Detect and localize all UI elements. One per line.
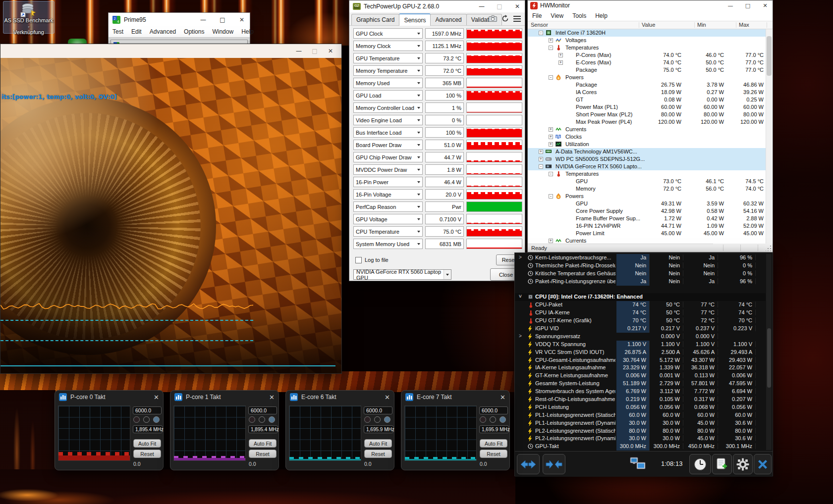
tab-advanced[interactable]: Advanced [430,14,466,25]
hwmonitor-tree-row[interactable]: +Clocks [528,133,767,141]
hwinfo-close-button[interactable] [754,454,772,474]
hwmonitor-tree-row[interactable]: GT0.08 W0.00 W0.25 W [528,96,767,103]
hwmonitor-minimize-button[interactable]: — [723,0,738,10]
series-dot[interactable] [259,416,265,423]
clock-button[interactable] [689,454,711,474]
menu-hamburger-icon[interactable] [513,16,521,22]
hwmonitor-menu-file[interactable]: File [532,12,542,19]
hwmonitor-tree-row[interactable]: GPU73.0 °C46.1 °C74.5 °C [528,178,767,185]
series-dot[interactable] [143,416,150,423]
hwmonitor-tree-row[interactable]: -Temperatures [528,170,767,178]
hwmonitor-tree-row[interactable]: +E-Cores (Max)74.0 °C50.0 °C77.0 °C [528,59,767,66]
series-dot[interactable] [364,416,371,423]
column-header-sensor[interactable]: Sensor [531,22,548,28]
column-header-value[interactable]: Value [642,22,655,28]
hwinfo-sensor-row[interactable]: PL1-Leistungsgrenzwert (Dynami...30.0 W3… [515,419,766,427]
screenshot-camera-icon[interactable] [489,15,497,22]
log-to-file-checkbox[interactable] [355,257,362,263]
report-button[interactable] [712,454,732,474]
hwinfo-sensor-row[interactable]: Paket-/Ring-Leistungsgrenze übe...JaNein… [515,278,766,286]
gpuz-sensor-dropdown[interactable]: GPU Temperature [353,53,423,63]
gpuz-sensor-dropdown[interactable]: 16-Pin Power [353,177,423,187]
series-dot[interactable] [490,416,496,423]
hwmonitor-tree-row[interactable]: Power Limit45.00 W45.00 W45.00 W [528,230,767,237]
hwmonitor-scrollbar[interactable] [766,29,772,245]
hwinfo-sensor-row[interactable]: GPU-Takt300.0 MHz300.0 MHz450.0 MHz300.1… [515,443,766,451]
gpuz-minimize-button[interactable]: — [474,0,489,12]
hwinfo-sensor-row[interactable]: Stromverbrauch des System Agent6.769 W3.… [515,388,766,396]
hwmonitor-tree-row[interactable]: Package75.0 °C50.0 °C77.0 °C [528,66,767,74]
hwinfo-sensor-row[interactable]: PL1-Leistungsgrenzwert (Statisch)60.0 W6… [515,411,766,419]
expand-toggle-icon[interactable]: + [539,157,543,161]
expand-toggle-icon[interactable]: + [549,239,553,243]
gpuz-sensor-dropdown[interactable]: GPU Clock [353,28,423,39]
gpuz-sensor-dropdown[interactable]: Video Engine Load [353,115,423,125]
collapse-toggle-icon[interactable]: - [549,75,553,80]
hwmonitor-tree-row[interactable]: Short Power Max (PL2)80.00 W80.00 W80.00… [528,111,767,118]
furmark-minimize-button[interactable]: — [291,44,307,58]
prime95-menu-edit[interactable]: Edit [131,28,142,35]
auto-fit-button[interactable]: Auto Fit [364,439,392,448]
series-dot[interactable] [384,416,390,423]
takt-close-icon[interactable]: ✕ [154,394,159,401]
hwinfo-sensor-row[interactable]: VR VCC Strom (SVID IOUT)26.875 A2.500 A4… [515,349,766,356]
takt-close-icon[interactable]: ✕ [500,394,505,401]
gpuz-sensor-dropdown[interactable]: Bus Interface Load [353,127,423,138]
auto-fit-button[interactable]: Auto Fit [133,439,161,448]
series-dot[interactable] [269,416,275,423]
column-header-max[interactable]: Max [739,22,749,28]
hwinfo-sensor-row[interactable]: CPU GT-Kerne (Grafik)70 °C50 °C72 °C70 °… [515,317,766,325]
hwinfo-sensor-row[interactable]: Rest-of-Chip-Leistungsaufnahme0.219 W0.1… [515,396,766,403]
prime95-menu-test[interactable]: Test [112,28,123,35]
gpuz-sensor-dropdown[interactable]: Memory Temperature [353,65,423,76]
hwmonitor-tree-row[interactable]: 16-PIN 12VHPWR44.71 W1.09 W52.09 W [528,222,767,230]
hwmonitor-menu-tools[interactable]: Tools [572,12,586,19]
hwmonitor-tree-row[interactable]: +Utilization [528,141,767,148]
hwinfo-group-header[interactable]: ˅CPU [#0]: Intel Core i7-13620H: Enhance… [515,293,766,301]
series-dot[interactable] [153,416,160,423]
hwmonitor-maximize-button[interactable]: □ [740,0,755,10]
furmark-maximize-button[interactable]: □ [307,44,323,58]
hwmonitor-tree-row[interactable]: GPU49.31 W3.59 W60.32 W [528,200,767,207]
hwinfo-sensor-row[interactable]: iGPU VID0.217 V0.217 V0.237 V0.223 V [515,325,766,333]
prime95-menu-options[interactable]: Options [184,28,204,35]
prime95-menu-advanced[interactable]: Advanced [150,28,176,35]
gpu-select-dropdown[interactable]: NVIDIA GeForce RTX 5060 Laptop GPU [353,269,451,280]
hwinfo-sensor-row[interactable]: CPU IA-Kerne74 °C50 °C77 °C74 °C [515,309,766,317]
hwmonitor-tree-row[interactable]: Power Max (PL1)60.00 W60.00 W60.00 W [528,103,767,111]
furmark-close-button[interactable]: ✕ [323,44,338,58]
hwinfo-sensor-row[interactable]: PL2-Leistungsgrenzwert (Statisch)80.0 W8… [515,427,766,435]
collapse-toggle-icon[interactable]: - [539,164,543,169]
chevron-icon[interactable]: > [519,333,522,339]
chevron-icon[interactable]: ˅ [519,294,522,299]
hwinfo-sensor-row[interactable]: >Spannungsversatz0.000 V0.000 V [515,333,766,341]
hwmonitor-tree-row[interactable]: -Intel Core i7 13620H [528,29,767,37]
hwmonitor-tree-row[interactable]: +Voltages [528,37,767,44]
hwinfo-sensor-row[interactable]: Thermische Paket-/Ring-DrosselungNeinNei… [515,262,766,270]
hwinfo-sensor-row[interactable]: IA-Kerne Leistungsaufnahme23.329 W1.339 … [515,364,766,372]
expand-toggle-icon[interactable]: + [549,127,553,132]
hwmonitor-tree-row[interactable]: -Powers [528,193,767,200]
prime95-menu-window[interactable]: Window [212,28,233,35]
gpuz-sensor-dropdown[interactable]: MVDDC Power Draw [353,164,423,175]
prime95-close-button[interactable]: ✕ [234,13,250,26]
collapse-toggle-icon[interactable]: - [549,194,553,199]
gpuz-sensor-dropdown[interactable]: GPU Voltage [353,214,423,224]
prime95-menu-help[interactable]: Help [241,28,254,35]
series-dot[interactable] [500,416,506,423]
collapse-toggle-icon[interactable]: - [549,46,553,50]
hwmonitor-close-button[interactable]: ✕ [758,0,773,10]
hwmonitor-tree-row[interactable]: +WD PC SN5000S SDEPNSJ-512G... [528,155,767,163]
gpuz-sensor-dropdown[interactable]: Memory Used [353,78,423,88]
series-dot[interactable] [374,416,381,423]
hwmonitor-tree-row[interactable]: Memory72.0 °C56.0 °C74.0 °C [528,185,767,193]
hwinfo-sensor-row[interactable]: CPU-Paket74 °C50 °C77 °C74 °C [515,301,766,309]
network-computers-icon[interactable] [630,456,647,471]
series-dot[interactable] [249,416,255,423]
hwmonitor-tree-row[interactable]: Package26.75 W3.78 W46.86 W [528,81,767,89]
gpuz-sensor-dropdown[interactable]: GPU Chip Power Draw [353,152,423,162]
prime95-minimize-button[interactable]: — [195,13,211,26]
gpuz-sensor-dropdown[interactable]: PerfCap Reason [353,202,423,212]
gpuz-sensor-dropdown[interactable]: Memory Controller Load [353,102,423,113]
hwinfo-sensor-row[interactable]: CPU-Gesamt-Leistungsaufnahme30.764 W5.17… [515,356,766,364]
